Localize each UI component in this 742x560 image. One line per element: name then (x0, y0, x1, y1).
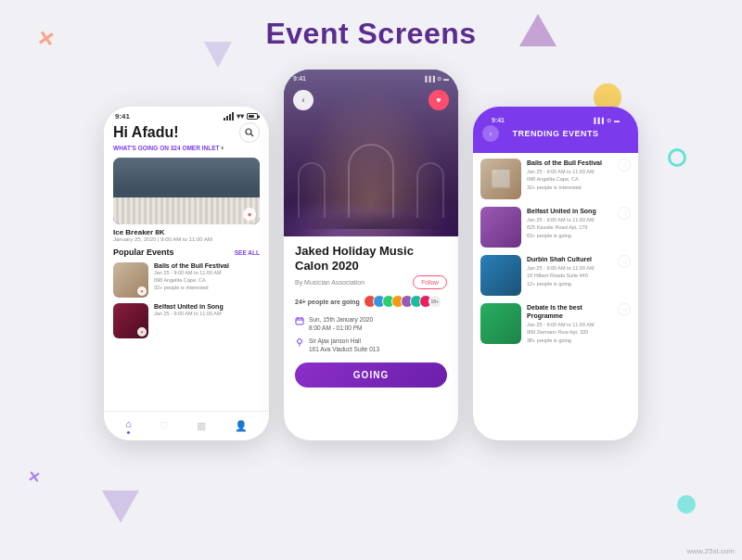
center-content: Jaked Holiday Music Calon 2020 By Musici… (284, 236, 458, 395)
date-detail-text: Sun, 15th January 2020 8:00 AM - 01:00 P… (309, 315, 373, 332)
avatar-stack: 18+ (364, 295, 441, 308)
hero-heart-icon[interactable]: ♥ (243, 208, 256, 221)
trending-card-3[interactable]: Durbin Shah Culturel Jan 25 - 9:00 AM to… (480, 255, 631, 296)
follow-button[interactable]: Follow (413, 275, 447, 289)
center-fav-button[interactable]: ♥ (429, 90, 449, 110)
center-back-button[interactable]: ‹ (293, 90, 313, 110)
trending-thumb-4 (480, 303, 521, 344)
center-status-bar: 9:41 ▐▐▐ ⊙ ▬ (284, 75, 458, 82)
trending-event-1-title: Balls of the Bull Festival (527, 159, 612, 167)
svg-line-1 (251, 134, 254, 137)
nav-calendar[interactable]: ▦ (197, 420, 206, 432)
right-wifi: ⊙ (607, 117, 611, 123)
trending-heart-2[interactable]: ♡ (618, 207, 631, 220)
phones-container: 9:41 ▾▾ Hi Afadu! (0, 51, 742, 440)
nav-profile[interactable]: 👤 (235, 420, 248, 432)
page-title: Event Screens (0, 0, 742, 51)
event-2-date: Jan 25 - 9:00 AM to 11:00 AM (154, 311, 260, 318)
event-card-1[interactable]: ♥ Balls of the Bull Festival Jan 25 - 9:… (113, 262, 260, 298)
trending-card-2[interactable]: Belfast United in Song Jan 25 - 9:00 AM … (480, 207, 631, 248)
right-header-top: ‹ TRENDING EVENTS (482, 125, 629, 142)
right-header-bar: 9:41 ▐▐▐ ⊙ ▬ ‹ TRENDING EVENTS (473, 107, 638, 153)
see-all-button[interactable]: SEE ALL (235, 249, 260, 256)
trending-card-1[interactable]: ⬜ Balls of the Bull Festival Jan 25 - 9:… (480, 159, 631, 199)
right-status-icons: ▐▐▐ ⊙ ▬ (592, 117, 620, 123)
trending-card-4[interactable]: Debate Is the best Programme Jan 25 - 9:… (480, 303, 631, 344)
location-detail-text: Sir Ajax janson Hall 161 Ava Viaduct Sui… (309, 337, 379, 353)
center-nav-bar: ‹ ♥ (284, 90, 458, 110)
trending-heart-4[interactable]: ♡ (618, 303, 631, 316)
trending-event-3-address: 18 Hilbert Roads Suite 440 (527, 272, 612, 279)
signal-bars (224, 113, 234, 121)
event-1-heart[interactable]: ♥ (137, 286, 147, 296)
event-1-location: 098 Angelita Cape, CA (154, 277, 260, 285)
left-content: Hi Afadu! WHAT'S GOING ON 324 OMER INLET… (104, 122, 269, 338)
svg-rect-2 (296, 318, 303, 325)
nav-favorites[interactable]: ♡ (160, 420, 169, 432)
trending-thumb-1: ⬜ (480, 159, 521, 199)
trending-event-2-interest: 63+ people is going (527, 232, 612, 239)
center-phone: 9:41 ▐▐▐ ⊙ ▬ ‹ ♥ Jaked Holiday Music Cal… (284, 70, 458, 440)
event-1-title: Balls of the Bull Festival (154, 262, 260, 270)
trending-info-4: Debate Is the best Programme Jan 25 - 9:… (527, 303, 612, 344)
right-content: ⬜ Balls of the Bull Festival Jan 25 - 9:… (473, 153, 638, 357)
deco-x-2: ✕ (26, 467, 41, 487)
trending-info-1: Balls of the Bull Festival Jan 25 - 9:00… (527, 159, 612, 191)
center-wifi: ⊙ (437, 75, 441, 82)
location-detail-row: Sir Ajax janson Hall 161 Ava Viaduct Sui… (295, 337, 447, 353)
search-button[interactable] (239, 122, 260, 143)
event-1-date: Jan 25 - 9:00 AM to 11:00 AM (154, 270, 260, 277)
event-card-2[interactable]: ♥ Belfast United in Song Jan 25 - 9:00 A… (113, 303, 260, 338)
trending-event-1-date: Jan 25 - 9:00 AM to 11:00 AM (527, 168, 612, 175)
greeting-text: Hi Afadu! (113, 124, 179, 141)
right-back-button[interactable]: ‹ (482, 125, 499, 142)
going-button[interactable]: GOING (295, 363, 447, 388)
trending-thumb-2 (480, 207, 521, 248)
trending-event-1-interest: 32+ people is interested (527, 184, 612, 191)
left-status-bar: 9:41 ▾▾ (104, 107, 269, 122)
location-link[interactable]: 324 OMER INLET (171, 145, 220, 151)
deco-triangle-3 (102, 490, 139, 523)
trending-event-1-address: 098 Angelita Cape, CA (527, 175, 612, 183)
right-time: 9:41 (492, 117, 505, 123)
hero-heart: ♥ (243, 208, 256, 221)
trending-event-2-title: Belfast United in Song (527, 207, 612, 215)
right-status-bar: 9:41 ▐▐▐ ⊙ ▬ (482, 112, 629, 125)
hero-event-name: Ice Breaker 8K (113, 228, 260, 236)
search-icon (245, 128, 254, 137)
trending-thumb-3 (480, 255, 521, 296)
center-battery: ▬ (443, 76, 449, 82)
location-detail-icon (295, 337, 304, 349)
heart-nav-icon: ♡ (160, 420, 169, 432)
center-signal: ▐▐▐ (423, 76, 435, 82)
event-2-heart[interactable]: ♥ (137, 327, 147, 337)
trending-event-3-title: Durbin Shah Culturel (527, 255, 612, 263)
trending-heart-3[interactable]: ♡ (618, 255, 631, 268)
marathon-image (113, 158, 260, 224)
event-info-1: Balls of the Bull Festival Jan 25 - 9:00… (154, 262, 260, 290)
battery-icon (247, 113, 258, 120)
location-bar: WHAT'S GOING ON 324 OMER INLET ▾ (113, 145, 260, 152)
left-status-icons: ▾▾ (224, 112, 258, 121)
trending-heart-1[interactable]: ♡ (618, 159, 631, 172)
trending-info-2: Belfast United in Song Jan 25 - 9:00 AM … (527, 207, 612, 239)
center-event-title: Jaked Holiday Music Calon 2020 (295, 244, 447, 273)
trending-event-4-interest: 38+ people is going (527, 337, 612, 344)
left-phone: 9:41 ▾▾ Hi Afadu! (104, 107, 269, 440)
right-phone: 9:41 ▐▐▐ ⊙ ▬ ‹ TRENDING EVENTS ⬜ (473, 107, 638, 440)
trending-title: TRENDING EVENTS (512, 129, 598, 138)
attendee-count: 24+ people are going (295, 299, 360, 305)
calendar-detail-icon (295, 316, 304, 327)
hero-event-date: January 25, 2020 | 9:00 AM to 11:00 AM (113, 236, 260, 242)
watermark: www.25xt.com (686, 547, 735, 555)
popular-header: Popular Events SEE ALL (113, 248, 260, 257)
nav-home[interactable]: ⌂ (125, 418, 132, 434)
user-icon: 👤 (235, 420, 248, 432)
center-hero: 9:41 ▐▐▐ ⊙ ▬ ‹ ♥ (284, 70, 458, 236)
deco-circle-teal-2 (677, 495, 696, 514)
calendar-icon: ▦ (197, 420, 206, 432)
trending-event-4-title: Debate Is the best Programme (527, 303, 612, 320)
trending-event-2-address: 825 Kassler Road Apt. 179 (527, 223, 612, 231)
avatar-more: 18+ (429, 295, 441, 308)
nav-dot (127, 431, 130, 434)
